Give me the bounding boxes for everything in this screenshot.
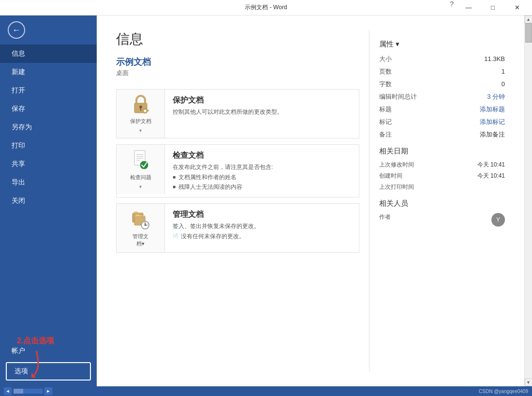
bullet-icon-1: ■	[173, 184, 176, 189]
sidebar-item-save[interactable]: 保存	[0, 100, 97, 118]
manage-card-subitem-0: 📄 没有任何未保存的更改。	[173, 232, 351, 241]
bullet-icon-0: ■	[173, 174, 176, 180]
related-people-header: 相关人员	[379, 199, 505, 208]
content-left: 信息 示例文档 桌面	[116, 30, 359, 372]
main-content: 信息 示例文档 桌面	[97, 15, 524, 386]
sidebar-item-export[interactable]: 导出	[0, 173, 97, 192]
inspect-card-title: 检查文档	[173, 151, 351, 161]
prop-label-words: 字数	[379, 80, 392, 89]
vertical-scrollbar: ▲ ▼	[524, 15, 532, 386]
prop-label-tags: 标记	[379, 118, 392, 126]
sidebar-item-options[interactable]: 选项	[6, 362, 91, 381]
inspect-icon	[132, 150, 150, 171]
scroll-right-button[interactable]: ►	[44, 387, 52, 395]
protect-card-body: 保护文档 控制其他人可以对此文档所做的更改类型。	[165, 90, 359, 122]
main-inner: 信息 示例文档 桌面	[116, 30, 505, 372]
protect-card-title: 保护文档	[173, 95, 351, 106]
prop-label-modified: 上次修改时间	[379, 161, 414, 169]
related-dates-header: 相关日期	[379, 147, 505, 156]
manage-card-icon-area[interactable]: 管理文档▾	[117, 204, 165, 252]
prop-label-title: 标题	[379, 105, 392, 114]
doc-location: 桌面	[116, 69, 359, 77]
scroll-left-button[interactable]: ◄	[4, 387, 12, 395]
inspect-card-subitem-1: ■ 残障人士无法阅读的内容	[173, 183, 351, 191]
scroll-track[interactable]	[525, 23, 532, 379]
sidebar-item-open[interactable]: 打开	[0, 81, 97, 100]
protect-card-icon-area[interactable]: 保护文档 ▾	[117, 90, 165, 138]
scroll-h-thumb[interactable]	[14, 389, 23, 394]
maximize-button[interactable]: □	[482, 0, 504, 15]
sidebar-item-close[interactable]: 关闭	[0, 192, 97, 210]
prop-label-notes: 备注	[379, 130, 392, 139]
manage-card-body: 管理文档 签入、签出并恢复未保存的更改。 📄 没有任何未保存的更改。	[165, 204, 359, 246]
prop-label-size: 大小	[379, 55, 392, 63]
manage-card-label: 管理文档▾	[133, 233, 148, 247]
scroll-down-button[interactable]: ▼	[525, 379, 532, 386]
help-icon[interactable]: ?	[450, 0, 454, 15]
prop-value-words: 0	[502, 80, 505, 88]
window-title: 示例文档 - Word	[245, 3, 287, 12]
title-bar: 示例文档 - Word ? — □ ✕	[0, 0, 532, 15]
prop-row-author: 作者 Y	[379, 213, 505, 227]
prop-value-pages: 1	[502, 68, 505, 75]
cards-section: 保护文档 ▾ 保护文档 控制其他人可以对此文档所做的更改类型。	[116, 89, 359, 253]
protect-card-label: 保护文档	[130, 118, 151, 125]
page-title: 信息	[116, 30, 359, 48]
svg-point-19	[144, 225, 146, 226]
minimize-button[interactable]: —	[458, 0, 480, 15]
prop-row-tags: 标记 添加标记	[379, 118, 505, 126]
prop-row-size: 大小 11.3KB	[379, 55, 505, 63]
prop-row-printed: 上次打印时间	[379, 183, 505, 191]
sidebar-item-new[interactable]: 新建	[0, 63, 97, 81]
back-button[interactable]: ←	[0, 15, 97, 45]
prop-value-created: 今天 10:41	[477, 172, 505, 180]
inspect-card-subitem-0: ■ 文档属性和作者的姓名	[173, 173, 351, 182]
prop-row-words: 字数 0	[379, 80, 505, 89]
prop-row-modified: 上次修改时间 今天 10:41	[379, 161, 505, 169]
prop-row-pages: 页数 1	[379, 67, 505, 76]
properties-header[interactable]: 属性 ▾	[379, 40, 505, 49]
prop-row-title: 标题 添加标题	[379, 105, 505, 114]
prop-value-edittime: 3 分钟	[487, 92, 505, 101]
inspect-card-label: 检查问题	[130, 174, 151, 181]
prop-label-author: 作者	[379, 213, 391, 227]
prop-value-notes: 添加备注	[480, 130, 505, 139]
scroll-h-track[interactable]	[14, 389, 43, 394]
author-avatar: Y	[491, 213, 505, 227]
sidebar-bottom: 帐户 选项	[0, 342, 97, 386]
prop-label-edittime: 编辑时间总计	[379, 92, 417, 101]
svg-point-2	[139, 106, 142, 108]
scroll-h-area: ◄ ►	[4, 387, 52, 395]
prop-label-printed: 上次打印时间	[379, 183, 414, 191]
sidebar-item-share[interactable]: 共享	[0, 155, 97, 173]
manage-icon	[131, 209, 151, 230]
sidebar-item-account[interactable]: 帐户	[0, 342, 97, 360]
prop-label-created: 创建时间	[379, 172, 402, 180]
lock-icon	[132, 94, 150, 115]
sidebar-item-info[interactable]: 信息	[0, 45, 97, 63]
prop-row-created: 创建时间 今天 10:41	[379, 172, 505, 180]
prop-row-notes: 备注 添加备注	[379, 130, 505, 139]
app-container: ← 信息 新建 打开 保存 另存为 打印 共享 导出 关闭	[0, 15, 532, 386]
prop-value-modified: 今天 10:41	[477, 161, 505, 169]
prop-value-size: 11.3KB	[484, 55, 505, 62]
prop-value-tags[interactable]: 添加标记	[480, 118, 505, 126]
protect-card-desc: 控制其他人可以对此文档所做的更改类型。	[173, 107, 351, 117]
sidebar-item-print[interactable]: 打印	[0, 137, 97, 155]
scroll-up-button[interactable]: ▲	[525, 15, 532, 23]
close-button[interactable]: ✕	[506, 0, 528, 15]
properties-panel: 属性 ▾ 大小 11.3KB 页数 1 字数 0 编辑时间总计 3 分钟	[369, 30, 505, 372]
svg-point-13	[140, 161, 148, 169]
back-circle-icon: ←	[8, 21, 25, 39]
window-controls: ? — □ ✕	[450, 0, 528, 15]
prop-row-edittime: 编辑时间总计 3 分钟	[379, 92, 505, 101]
watermark-text: CSDN @yangqee0409	[479, 389, 528, 394]
status-bar: ◄ ► CSDN @yangqee0409	[0, 386, 532, 396]
manage-card-desc: 签入、签出并恢复未保存的更改。	[173, 222, 351, 231]
sidebar-item-saveas[interactable]: 另存为	[0, 118, 97, 137]
bullet-icon-manage-0: 📄	[173, 233, 178, 238]
sidebar: ← 信息 新建 打开 保存 另存为 打印 共享 导出 关闭	[0, 15, 97, 386]
scroll-thumb[interactable]	[525, 23, 532, 43]
prop-value-title[interactable]: 添加标题	[480, 105, 505, 114]
inspect-card-icon-area[interactable]: 检查问题 ▾	[117, 145, 165, 194]
